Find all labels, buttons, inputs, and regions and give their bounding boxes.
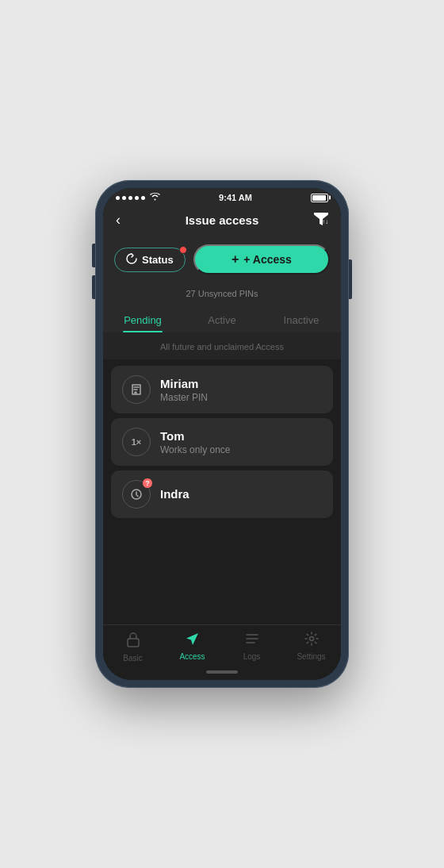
back-button[interactable]: ‹ (116, 212, 135, 229)
home-indicator-bar (206, 670, 238, 674)
signal-dot-5 (141, 196, 145, 200)
add-access-button[interactable]: + + Access (193, 244, 330, 275)
svg-text:↑↓: ↑↓ (322, 218, 328, 225)
svg-rect-2 (128, 639, 139, 647)
list-item-info: Tom Works only once (160, 429, 230, 455)
settings-icon (304, 632, 319, 650)
tab-pending[interactable]: Pending (103, 309, 182, 332)
navigation-bar: ‹ Issue access ↑↓ (103, 205, 341, 236)
volume-down-button (92, 275, 95, 299)
plus-icon: + (232, 252, 239, 267)
tab-inactive[interactable]: Inactive (262, 309, 341, 332)
bottom-navigation: Basic Access Logs (103, 624, 341, 667)
tab-active[interactable]: Active (182, 309, 262, 332)
logs-icon (245, 632, 259, 650)
svg-point-3 (309, 637, 313, 641)
status-bar: 9:41 AM (103, 188, 341, 205)
page-title: Issue access (135, 213, 309, 227)
status-time: 9:41 AM (219, 193, 252, 202)
list-item-info: Miriam Master PIN (160, 377, 208, 403)
signal-indicators (116, 193, 160, 202)
list-item-desc: Works only once (160, 444, 230, 455)
nav-item-basic[interactable]: Basic (103, 632, 163, 663)
nav-label-logs: Logs (243, 652, 261, 661)
access-nav-icon (186, 632, 200, 650)
list-item[interactable]: ? Indra (111, 470, 333, 518)
action-bar: Status + + Access (103, 236, 341, 282)
volume-up-button (92, 244, 95, 267)
phone-screen: 9:41 AM ‹ Issue access ↑↓ (103, 188, 341, 680)
unsync-text: 27 Unsynced PINs (186, 289, 258, 298)
main-content: Status + + Access 27 Unsynced PINs Pendi… (103, 236, 341, 680)
status-button-label: Status (142, 254, 174, 266)
access-list: Miriam Master PIN 1× Tom Works only once (103, 359, 341, 624)
power-button (349, 259, 352, 299)
refresh-icon (126, 253, 137, 267)
list-item-desc: Master PIN (160, 392, 208, 403)
list-item-name: Indra (160, 487, 189, 501)
list-item-info: Indra (160, 487, 189, 502)
avatar-badge: ? (142, 478, 153, 489)
phone-frame: 9:41 AM ‹ Issue access ↑↓ (95, 180, 349, 688)
battery-icon (311, 194, 328, 202)
nav-label-basic: Basic (123, 654, 142, 663)
sub-header: All future and unclaimed Access (103, 332, 341, 359)
nav-label-settings: Settings (297, 652, 325, 661)
nav-item-logs[interactable]: Logs (222, 632, 281, 663)
filter-button[interactable]: ↑↓ (309, 213, 328, 228)
list-item-name: Miriam (160, 377, 208, 390)
signal-dot-2 (122, 196, 126, 200)
signal-dot-3 (128, 196, 132, 200)
status-button[interactable]: Status (114, 248, 186, 272)
list-item[interactable]: 1× Tom Works only once (111, 418, 333, 466)
nav-item-access[interactable]: Access (163, 632, 222, 663)
avatar: 1× (122, 428, 151, 456)
unsync-info: 27 Unsynced PINs (103, 282, 341, 303)
notification-dot (179, 246, 187, 254)
lock-icon (126, 632, 140, 651)
signal-dot-1 (116, 196, 120, 200)
nav-item-settings[interactable]: Settings (281, 632, 341, 663)
home-indicator (103, 667, 341, 680)
sub-header-text: All future and unclaimed Access (160, 342, 284, 351)
list-item[interactable]: Miriam Master PIN (111, 366, 333, 413)
tabs-container: Pending Active Inactive (103, 303, 341, 332)
battery-fill (312, 195, 326, 201)
access-button-label: + Access (243, 253, 292, 266)
nav-label-access: Access (179, 652, 205, 661)
wifi-icon (150, 193, 160, 202)
signal-dot-4 (135, 196, 139, 200)
avatar (122, 375, 151, 404)
list-item-name: Tom (160, 429, 230, 443)
avatar: ? (122, 480, 151, 509)
